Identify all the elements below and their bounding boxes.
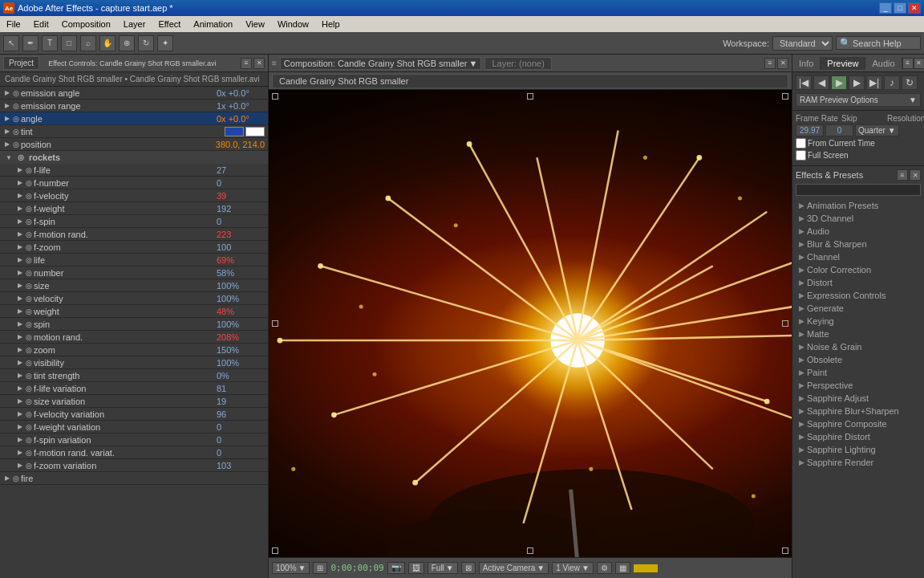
ep-sapphire-adjust[interactable]: ▶ Sapphire Adjust <box>796 392 921 405</box>
list-item[interactable]: ▶ ◎ f-number 0 <box>0 177 268 189</box>
sel-handle-tl[interactable] <box>272 93 278 100</box>
transparency-btn[interactable]: ⊠ <box>461 562 476 574</box>
ep-perspective[interactable]: ▶ Perspective <box>796 379 921 392</box>
ep-paint[interactable]: ▶ Paint <box>796 366 921 379</box>
sel-handle-bm[interactable] <box>527 547 533 554</box>
ep-expression-controls[interactable]: ▶ Expression Controls <box>796 289 921 302</box>
list-item[interactable]: ▶ ◎ f-zoom variation 103 <box>0 459 268 472</box>
color-swatch-blue[interactable] <box>225 127 244 136</box>
ep-sapphire-blur-sharpen[interactable]: ▶ Sapphire Blur+Sharpen <box>796 405 921 417</box>
render-btn[interactable]: ⚙ <box>597 562 612 574</box>
effects-search-input[interactable] <box>796 184 921 196</box>
list-item[interactable]: ▶ ◎ size variation 19 <box>0 395 268 408</box>
list-item[interactable]: ▶ ◎ tint <box>0 125 268 138</box>
section-rockets[interactable]: ▼ ◎ rockets <box>0 151 268 164</box>
ep-sapphire-distort[interactable]: ▶ Sapphire Distort <box>796 430 921 443</box>
comp-dropdown[interactable]: Composition: Candle Grainy Shot RGB smal… <box>280 57 482 70</box>
list-item[interactable]: ▶ ◎ emission angle 0x +0.0° <box>0 87 268 100</box>
loop-btn[interactable]: ↻ <box>902 75 918 90</box>
sel-handle-mr[interactable] <box>782 320 788 327</box>
tool-zoom[interactable]: ⌕ <box>80 35 96 51</box>
ram-preview-options[interactable]: RAM Preview Options ▼ <box>796 93 921 107</box>
list-item[interactable]: ▶ ◎ f-zoom 100 <box>0 241 268 254</box>
list-item[interactable]: ▶ ◎ f-weight variation 0 <box>0 421 268 434</box>
tool-camera[interactable]: ⊕ <box>119 35 135 51</box>
ep-sapphire-render[interactable]: ▶ Sapphire Render <box>796 456 921 469</box>
region-btn[interactable]: ▦ <box>615 562 630 574</box>
panel-menu-btn[interactable]: ≡ <box>902 58 914 69</box>
menu-window[interactable]: Window <box>274 18 312 31</box>
camera-dropdown[interactable]: Active Camera ▼ <box>479 562 549 574</box>
tab-effect-controls[interactable]: Effect Controls: Candle Grainy Shot RGB … <box>43 57 221 70</box>
sel-handle-br[interactable] <box>782 547 788 554</box>
list-item[interactable]: ▶ ◎ f-motion rand. 223 <box>0 228 268 241</box>
ep-sapphire-composite[interactable]: ▶ Sapphire Composite <box>796 417 921 430</box>
menu-view[interactable]: View <box>242 18 268 31</box>
quality-dropdown[interactable]: Full ▼ <box>428 562 458 574</box>
skip-value[interactable]: 0 <box>825 124 853 136</box>
resolution-dropdown[interactable]: Quarter ▼ <box>855 124 899 136</box>
sel-handle-tr[interactable] <box>782 93 788 100</box>
list-item[interactable]: ▶ ◎ f-spin variation 0 <box>0 434 268 446</box>
maximize-button[interactable]: □ <box>894 2 906 14</box>
list-item[interactable]: ▶ ◎ weight 48% <box>0 305 268 318</box>
list-item[interactable]: ▶ ◎ position 380.0, 214.0 <box>0 138 268 151</box>
panel-close-btn[interactable]: ✕ <box>914 58 924 69</box>
step-back-btn[interactable]: ◀ <box>813 75 829 90</box>
tab-info[interactable]: Info <box>792 57 821 70</box>
list-item[interactable]: ▶ ◎ velocity 100% <box>0 292 268 305</box>
list-item[interactable]: ▶ ◎ f-life 27 <box>0 164 268 177</box>
list-item[interactable]: ▶ ◎ tint strength 0% <box>0 369 268 382</box>
tab-audio[interactable]: Audio <box>865 57 902 70</box>
menu-file[interactable]: File <box>3 18 24 31</box>
list-item[interactable]: ▶ ◎ visibility 100% <box>0 356 268 369</box>
panel-close-btn[interactable]: ✕ <box>777 58 788 69</box>
list-item[interactable]: ▶ ◎ zoom 150% <box>0 344 268 356</box>
close-button[interactable]: ✕ <box>908 2 921 14</box>
list-item[interactable]: ▶ ◎ spin 100% <box>0 318 268 331</box>
ep-blur-sharpen[interactable]: ▶ Blur & Sharpen <box>796 238 921 250</box>
tool-pen[interactable]: ✒ <box>22 35 38 51</box>
frame-rate-value[interactable]: 29.97 <box>796 124 824 136</box>
ep-obsolete[interactable]: ▶ Obsolete <box>796 353 921 366</box>
menu-effect[interactable]: Effect <box>155 18 184 31</box>
play-btn[interactable]: ▶ <box>831 75 847 90</box>
ep-color-correction[interactable]: ▶ Color Correction <box>796 263 921 276</box>
panel-menu-btn[interactable]: ≡ <box>241 58 252 69</box>
list-item[interactable]: ▶ ◎ fire <box>0 472 268 485</box>
list-item[interactable]: ▶ ◎ f-velocity 39 <box>0 189 268 202</box>
list-item[interactable]: ▶ ◎ motion rand. 208% <box>0 331 268 344</box>
tool-anchor[interactable]: ✦ <box>157 35 173 51</box>
tool-rotate[interactable]: ↻ <box>138 35 154 51</box>
panel-close-btn[interactable]: ✕ <box>253 58 265 69</box>
ep-sapphire-lighting[interactable]: ▶ Sapphire Lighting <box>796 443 921 456</box>
list-item[interactable]: ▶ ◎ f-life variation 81 <box>0 382 268 395</box>
audio-btn[interactable]: ♪ <box>884 75 900 90</box>
tab-preview[interactable]: Preview <box>821 57 865 70</box>
tool-text[interactable]: T <box>42 35 58 51</box>
list-item[interactable]: ▶ ◎ f-weight 192 <box>0 202 268 215</box>
list-item[interactable]: ▶ ◎ angle 0x +0.0° <box>0 112 268 125</box>
step-fwd-btn[interactable]: ▶ <box>849 75 865 90</box>
list-item[interactable]: ▶ ◎ f-spin 0 <box>0 215 268 228</box>
ep-close-btn[interactable]: ✕ <box>910 169 921 181</box>
search-input[interactable] <box>853 39 917 48</box>
menu-animation[interactable]: Animation <box>190 18 236 31</box>
list-item[interactable]: ▶ ◎ life 69% <box>0 254 268 267</box>
list-item[interactable]: ▶ ◎ f-motion rand. variat. 0 <box>0 446 268 459</box>
comp-tab[interactable]: Candle Grainy Shot RGB smaller <box>272 74 788 88</box>
from-current-checkbox[interactable] <box>796 138 806 149</box>
ep-generate[interactable]: ▶ Generate <box>796 302 921 315</box>
grid-btn[interactable]: ⊞ <box>313 562 327 574</box>
sel-handle-tm[interactable] <box>527 93 533 100</box>
ep-matte[interactable]: ▶ Matte <box>796 328 921 340</box>
view-dropdown[interactable]: 1 View ▼ <box>552 562 594 574</box>
panel-menu-btn[interactable]: ≡ <box>764 58 776 69</box>
minimize-button[interactable]: _ <box>879 2 892 14</box>
menu-layer[interactable]: Layer <box>120 18 149 31</box>
menu-composition[interactable]: Composition <box>59 18 114 31</box>
go-last-btn[interactable]: ▶| <box>866 75 882 90</box>
zoom-dropdown[interactable]: 100% ▼ <box>272 562 310 574</box>
sel-handle-ml[interactable] <box>272 320 278 327</box>
workspace-select[interactable]: Standard <box>772 36 833 51</box>
